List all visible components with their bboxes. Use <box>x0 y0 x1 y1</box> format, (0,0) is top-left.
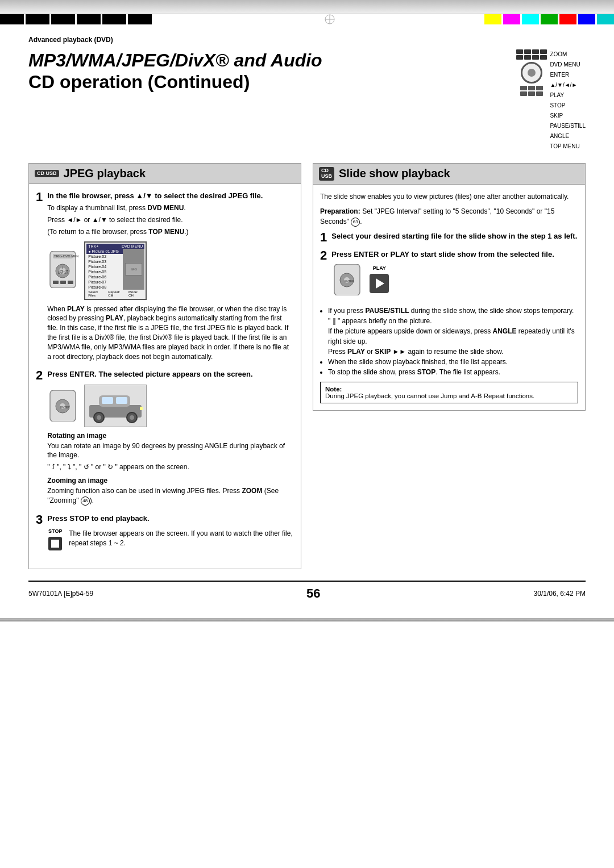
remote-btn-2 <box>524 49 531 54</box>
file-browser-screen: TRK+ DVD MENU ● Picture-01 JPG Picture-0… <box>84 241 147 300</box>
page-number: 56 <box>306 586 320 601</box>
stop-label: STOP <box>48 528 62 534</box>
jpeg-step-3-device-row: STOP The file browser appears on the scr… <box>47 528 294 552</box>
svg-point-29 <box>130 415 134 420</box>
remote-btn-4 <box>540 49 547 54</box>
rotating-body: You can rotate an image by 90 degrees by… <box>47 441 294 461</box>
preparation-box: Preparation: Set "JPEG Interval" setting… <box>320 206 578 227</box>
jpeg-section-body: 1 In the file browser, press ▲/▼ to sele… <box>29 184 301 569</box>
footer-right: 30/1/06, 6:42 PM <box>534 590 586 598</box>
prep-title: Preparation: <box>320 207 360 215</box>
svg-rect-30 <box>140 407 143 410</box>
jpeg-step-1-device-row: TRK+ DVD MENU ↑ ↓ ← → ENTER <box>47 241 294 300</box>
title-text: MP3/WMA/JPEG/DivX® and Audio CD operatio… <box>28 49 513 93</box>
svg-point-28 <box>97 415 101 420</box>
label-dvd-menu: DVD MENU <box>550 60 586 70</box>
remote-bottom-buttons <box>520 86 543 96</box>
rotating-symbols: " ⤴ ", " ⤵ ", " ↺ " or " ↻ " appears on … <box>47 462 294 472</box>
jpeg-step-1: 1 In the file browser, press ▲/▼ to sele… <box>36 191 294 364</box>
jpeg-step-2: 2 Press ENTER. The selected picture appe… <box>36 369 294 507</box>
jpeg-step-2-heading: Press ENTER. The selected picture appear… <box>47 369 294 379</box>
page-footer: 5W70101A [E]p54-59 56 30/1/06, 6:42 PM <box>28 581 586 601</box>
slideshow-step-2-heading: Press ENTER or PLAY to start slide show … <box>331 249 578 260</box>
slideshow-intro: The slide show enables you to view pictu… <box>320 191 578 202</box>
svg-text:DVD MENU: DVD MENU <box>63 254 78 258</box>
remote-svg: TRK+ DVD MENU ↑ ↓ ← → ENTER <box>47 251 78 288</box>
jpeg-section-header: CD USB JPEG playback <box>29 164 301 184</box>
car-svg <box>85 385 146 427</box>
zoom-badge: 48 <box>81 496 90 506</box>
remote-btn-6 <box>524 55 531 60</box>
screen-header-left: TRK+ <box>88 244 98 248</box>
car-image <box>84 385 147 427</box>
slideshow-step-2-number: 2 <box>320 249 327 262</box>
top-decorative-stripe <box>0 0 614 14</box>
slideshow-step-2-content: Press ENTER or PLAY to start slide show … <box>331 249 578 300</box>
svg-rect-32 <box>51 540 59 548</box>
screen-row-5: Picture-05 <box>86 269 123 274</box>
remote-bottom-btn-6 <box>536 91 543 96</box>
svg-rect-25 <box>116 397 127 404</box>
jpeg-step-2-device-row: ENTER <box>47 385 294 427</box>
slideshow-bullets: If you press PAUSE/STILL during the slid… <box>320 306 578 377</box>
label-top-menu: TOP MENU <box>550 141 586 152</box>
label-play: PLAY <box>550 90 586 101</box>
svg-rect-15 <box>60 281 66 284</box>
jpeg-step-1-number: 1 <box>36 191 43 203</box>
screen-row-selected: ● Picture-01 JPG <box>86 249 123 254</box>
stop-button-svg <box>47 536 63 552</box>
zooming-heading: Zooming an image <box>47 477 294 485</box>
label-zoom: ZOOM <box>550 49 586 60</box>
label-enter: ENTER <box>550 70 586 80</box>
cd-usb-badge-jpeg: CD USB <box>35 170 59 178</box>
jpeg-step-1-sub1: To display a thumbnail list, press DVD M… <box>47 203 294 213</box>
remote-bottom-btn-2 <box>528 86 535 90</box>
remote-bottom-btn-1 <box>520 86 527 90</box>
screen-row-7: Picture-07 <box>86 279 123 285</box>
remote-btn-7 <box>532 55 539 60</box>
thumbnail-image: IMG <box>125 263 142 276</box>
screen-footer: Select FilesRepeat: CMMode: CH <box>86 290 144 298</box>
stop-button-area: STOP <box>47 528 63 552</box>
remote-circle-nav <box>521 62 542 84</box>
svg-rect-16 <box>68 281 73 284</box>
color-bar-top <box>0 14 614 24</box>
jpeg-step-3-body: The file browser appears on the screen. … <box>69 529 294 548</box>
thumbnail-area: IMG <box>123 249 144 290</box>
remote-enter-device: TRK+ DVD MENU ↑ ↓ ← → ENTER <box>47 251 78 290</box>
zooming-body: Zooming function also can be used in vie… <box>47 486 294 506</box>
rotating-heading: Rotating an image <box>47 432 294 440</box>
slideshow-step-1-content: Select your desired starting file for th… <box>331 231 578 244</box>
slideshow-step-1: 1 Select your desired starting file for … <box>320 231 578 244</box>
slideshow-play-button: PLAY <box>368 265 390 294</box>
remote-diagram: ZOOM DVD MENU ENTER ▲/▼/◄/► PLAY STOP SK… <box>513 49 586 152</box>
label-pause: PAUSE/STILL <box>550 121 586 131</box>
svg-rect-24 <box>102 397 113 404</box>
remote-bottom-btn-3 <box>536 86 543 90</box>
title-line2: CD operation (Continued) <box>28 72 250 92</box>
jpeg-step-1-sub3: (To return to a file browser, press TOP … <box>47 227 294 237</box>
remote-btn-1 <box>516 49 523 54</box>
screen-row-4: Picture-04 <box>86 264 123 269</box>
remote-side-labels: ZOOM DVD MENU ENTER ▲/▼/◄/► PLAY STOP SK… <box>550 49 586 152</box>
cd-usb-badge-slideshow: CDUSB <box>319 167 334 181</box>
slideshow-section-header: CDUSB Slide show playback <box>313 164 585 185</box>
screen-row-2: Picture-02 <box>86 254 123 259</box>
slideshow-enter-svg: ENTER <box>331 264 363 295</box>
breadcrumb: Advanced playback (DVD) <box>28 36 586 44</box>
slideshow-section-body: The slide show enables you to view pictu… <box>313 185 585 410</box>
bullet-3: To stop the slide show, press STOP. The … <box>328 367 578 377</box>
play-label: PLAY <box>373 265 386 271</box>
note-box: Note: During JPEG playback, you cannot u… <box>320 382 578 403</box>
jpeg-step-1-heading: In the file browser, press ▲/▼ to select… <box>47 191 294 201</box>
label-arrows: ▲/▼/◄/► <box>550 80 586 90</box>
interval-badge: 63 <box>351 218 360 227</box>
jpeg-section-title: JPEG playback <box>64 167 146 180</box>
slideshow-step-2-device-row: ENTER PLAY <box>331 264 578 295</box>
jpeg-step-1-body: When PLAY is pressed after displaying th… <box>47 304 294 362</box>
svg-text:ENTER: ENTER <box>58 271 68 274</box>
enter-button-svg: ENTER <box>47 390 78 422</box>
jpeg-step-1-content: In the file browser, press ▲/▼ to select… <box>47 191 294 364</box>
svg-text:ENTER: ENTER <box>345 279 354 283</box>
slideshow-step-2: 2 Press ENTER or PLAY to start slide sho… <box>320 249 578 300</box>
